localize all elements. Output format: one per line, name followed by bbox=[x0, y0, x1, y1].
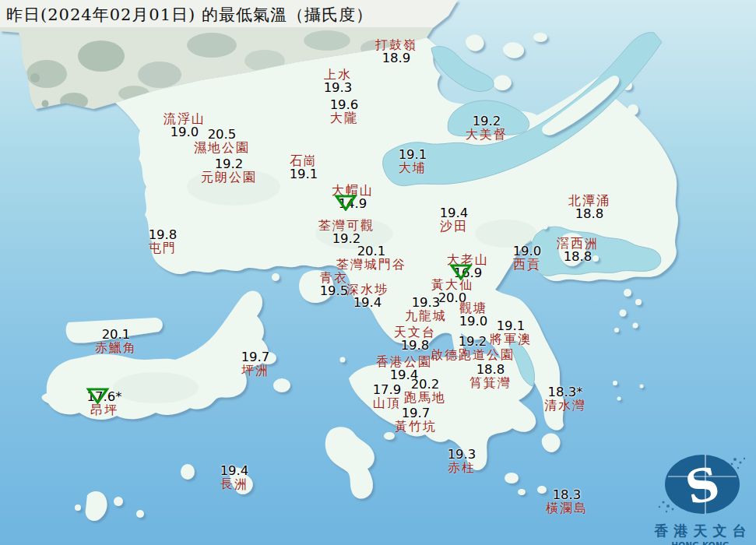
station-山頂: 17.9山頂 bbox=[373, 383, 402, 410]
station-西貢: 19.0西貢 bbox=[513, 244, 542, 271]
station-name: 橫瀾島 bbox=[546, 501, 588, 515]
station-value: 20.2 bbox=[404, 378, 446, 391]
sai-kung-islet bbox=[635, 299, 642, 305]
station-value: 19.1 bbox=[399, 148, 427, 161]
station-長洲: 19.4長洲 bbox=[220, 464, 249, 490]
hko-logo-icon: S bbox=[645, 452, 756, 517]
sai-kung-islet bbox=[614, 328, 619, 332]
station-name: 赤鱲角 bbox=[95, 341, 137, 354]
islet bbox=[617, 397, 621, 401]
station-赤柱: 19.3赤柱 bbox=[448, 448, 476, 474]
station-觀塘: 觀塘19.0 bbox=[459, 301, 488, 328]
station-value: 19.4 bbox=[220, 464, 249, 477]
station-value: 19.7 bbox=[241, 350, 270, 364]
station-value: 19.3 bbox=[324, 81, 353, 94]
station-name: 香港公園 bbox=[376, 355, 432, 368]
deep-bay-islet bbox=[42, 100, 49, 107]
minimum-marker-icon bbox=[86, 387, 109, 404]
station-黃竹坑: 19.7黃竹坑 bbox=[395, 406, 437, 433]
station-value: 19.3 bbox=[405, 296, 447, 309]
station-赤鱲角: 20.1赤鱲角 bbox=[95, 328, 137, 354]
station-name: 打鼓嶺 bbox=[375, 38, 417, 51]
station-name: 天文台 bbox=[394, 325, 436, 339]
station-name: 大美督 bbox=[466, 128, 508, 141]
station-value: 19.4 bbox=[346, 296, 389, 309]
station-name: 上水 bbox=[324, 68, 353, 81]
station-九龍城: 19.3九龍城 bbox=[405, 296, 447, 322]
station-name: 石崗 bbox=[290, 154, 318, 167]
station-name: 大埔 bbox=[399, 161, 427, 174]
station-name: 青衣 bbox=[320, 271, 349, 284]
station-元朗公園: 19.2元朗公園 bbox=[201, 157, 257, 184]
station-name: 西貢 bbox=[513, 258, 542, 271]
station-name: 筲箕灣 bbox=[469, 376, 512, 389]
station-name: 啟德跑道公園 bbox=[431, 348, 515, 361]
po-toi-island bbox=[505, 473, 519, 483]
station-value: 17.9 bbox=[373, 383, 402, 396]
hei-ling-chau bbox=[273, 378, 290, 392]
station-value: 20.1 bbox=[336, 244, 406, 258]
station-name: 昂坪 bbox=[87, 403, 122, 417]
station-value: 18.8 bbox=[568, 207, 610, 220]
station-屯門: 19.8屯門 bbox=[149, 228, 178, 255]
station-荃灣可觀: 荃灣可觀19.2 bbox=[318, 219, 374, 245]
hko-logo-name-zh: 香港天文台 bbox=[645, 522, 756, 540]
station-name: 觀塘 bbox=[459, 301, 488, 315]
station-大埔: 19.1大埔 bbox=[399, 148, 427, 174]
station-滘西洲: 滘西洲18.8 bbox=[557, 237, 599, 263]
minimum-marker-icon bbox=[334, 194, 357, 211]
station-value: 19.4 bbox=[440, 206, 469, 220]
tap-mun-island bbox=[628, 104, 638, 115]
station-value: 19.8 bbox=[149, 228, 178, 241]
station-name: 清水灣 bbox=[544, 399, 586, 412]
station-name: 滘西洲 bbox=[557, 237, 599, 250]
station-name: 大隴 bbox=[330, 111, 359, 125]
ma-wan-island bbox=[272, 273, 280, 281]
station-大老山: 大老山16.9 bbox=[447, 253, 489, 280]
hong-kong-map bbox=[0, 0, 756, 545]
station-value: 19.5 bbox=[320, 284, 349, 297]
station-name: 沙田 bbox=[440, 220, 469, 233]
station-天文台: 天文台19.8 bbox=[394, 325, 436, 352]
station-value: 20.5 bbox=[194, 128, 250, 141]
station-荃灣城門谷: 20.1荃灣城門谷 bbox=[336, 244, 406, 271]
soko-islet bbox=[136, 510, 144, 518]
station-value: 19.3 bbox=[448, 448, 476, 461]
station-筲箕灣: 18.8筲箕灣 bbox=[469, 363, 512, 389]
station-name: 九龍城 bbox=[405, 309, 447, 322]
station-石崗: 石崗19.1 bbox=[290, 154, 318, 181]
station-value: 19.2 bbox=[431, 335, 515, 348]
ap-lei-chau bbox=[384, 432, 395, 440]
min-temperature-map: 昨日(2024年02月01日) 的最低氣溫（攝氏度） 打鼓嶺18.9上水19.3… bbox=[0, 0, 756, 545]
sai-kung-islet bbox=[624, 289, 631, 297]
station-清水灣: 18.3*清水灣 bbox=[544, 385, 586, 412]
po-toi-islet bbox=[518, 489, 526, 495]
sai-kung-islet bbox=[620, 310, 627, 317]
station-value: 18.8 bbox=[557, 250, 599, 263]
station-value: 19.0 bbox=[513, 244, 542, 258]
green-island bbox=[340, 357, 346, 363]
station-value: 19.1 bbox=[490, 319, 532, 332]
map-title: 昨日(2024年02月01日) 的最低氣溫（攝氏度） bbox=[6, 4, 373, 26]
station-name: 荃灣城門谷 bbox=[336, 258, 406, 271]
station-value: 18.3* bbox=[544, 385, 586, 399]
mirs-bay-island bbox=[533, 33, 547, 42]
station-name: 屯門 bbox=[149, 241, 178, 255]
station-濕地公園: 20.5濕地公園 bbox=[194, 128, 250, 154]
station-value: 18.9 bbox=[375, 51, 417, 65]
soko-islet bbox=[114, 497, 123, 506]
station-上水: 上水19.3 bbox=[324, 68, 353, 94]
station-坪洲: 19.7坪洲 bbox=[241, 350, 270, 377]
station-大美督: 19.2大美督 bbox=[466, 114, 508, 141]
deep-bay-islet bbox=[30, 73, 40, 83]
station-大隴: 19.6大隴 bbox=[330, 98, 359, 125]
station-name: 荃灣可觀 bbox=[318, 219, 374, 232]
station-value: 19.2 bbox=[466, 114, 508, 128]
hko-logo: S 香港天文台 HONG KONG OBSERVATORY bbox=[645, 452, 756, 545]
station-name: 元朗公園 bbox=[201, 171, 257, 184]
station-name: 赤柱 bbox=[448, 461, 476, 474]
station-value: 18.8 bbox=[469, 363, 512, 376]
station-value: 19.7 bbox=[395, 406, 437, 420]
sai-kung-islet bbox=[633, 323, 638, 329]
station-大帽山: 大帽山14.9 bbox=[332, 184, 374, 210]
